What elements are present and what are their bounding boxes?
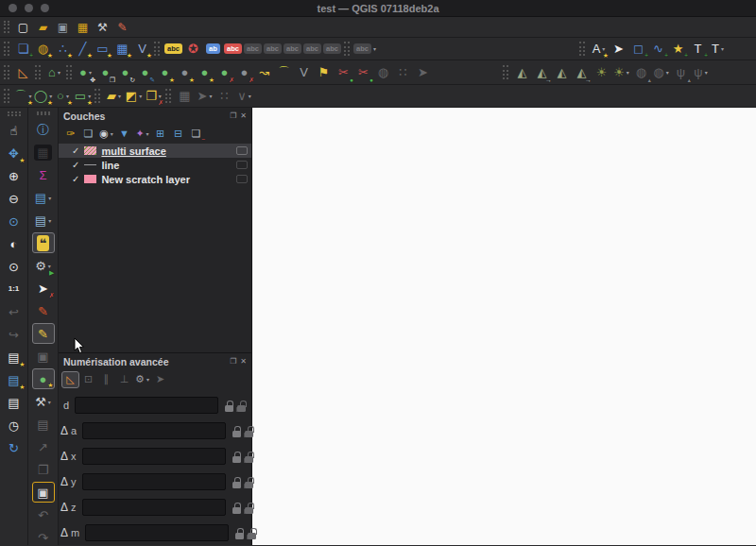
circular-string-button[interactable]: ⌒★▾: [13, 86, 33, 106]
toolbar-handle[interactable]: [66, 65, 72, 80]
toolbar-handle[interactable]: [35, 65, 41, 80]
repeating-lock-button-a[interactable]: [245, 423, 254, 438]
regular-polygon-button[interactable]: ▰▾: [104, 86, 124, 106]
processing-toolbox-dropdown[interactable]: ▾: [48, 263, 51, 269]
memory-layer-indicator-icon[interactable]: [236, 175, 248, 183]
cad-input-a[interactable]: [82, 422, 226, 439]
split-parts-button[interactable]: ✂●: [353, 61, 373, 83]
add-group-button[interactable]: ❏: [79, 126, 97, 143]
fill-triangle-button[interactable]: ◩▾: [124, 86, 144, 106]
toolbar-handle[interactable]: [37, 111, 50, 115]
style-manager-button[interactable]: ✎: [112, 18, 132, 36]
add-polygon-feature-button[interactable]: ●★: [32, 368, 55, 389]
digitize-with-shape-button[interactable]: ⌂▾: [44, 61, 64, 83]
mesh-reindex-options-button[interactable]: ☀▾: [611, 61, 631, 83]
mesh-force-2-dropdown[interactable]: ▾: [666, 69, 669, 76]
toolbar-handle[interactable]: [344, 42, 350, 55]
remove-layer-button[interactable]: ❏−: [187, 126, 205, 143]
new-polygon-layer-button[interactable]: ▭★: [93, 39, 112, 59]
repeating-lock-button-m[interactable]: [248, 525, 257, 540]
attribute-table-alt-dropdown[interactable]: ▾: [48, 217, 51, 224]
mesh-transform-move-button[interactable]: ◭→: [572, 61, 592, 83]
toolbar-handle[interactable]: [503, 65, 508, 80]
lock-button-m[interactable]: [235, 525, 245, 540]
layer-item[interactable]: ✓New scratch layer: [59, 172, 251, 186]
close-window-button[interactable]: [9, 4, 17, 12]
show-bookmarks-button[interactable]: ▤★: [3, 369, 26, 390]
labeling-rule-based-button[interactable]: abc: [223, 39, 243, 59]
map-tips-button[interactable]: ❝: [32, 232, 55, 253]
manage-map-themes-button[interactable]: ◉▾: [97, 126, 115, 143]
layout-manager-button[interactable]: ⚒: [93, 18, 112, 36]
toolbar-handle[interactable]: [4, 42, 9, 55]
collapse-all-button[interactable]: ⊟: [169, 126, 187, 143]
vertex-tool-button[interactable]: ⚒▾: [32, 391, 55, 412]
digitize-with-shape-dropdown[interactable]: ▾: [58, 69, 60, 76]
map-canvas[interactable]: [252, 108, 756, 545]
select-by-form-button[interactable]: ▦: [32, 142, 55, 162]
toolbar-handle[interactable]: [8, 111, 21, 116]
open-layer-styling-button[interactable]: ✑: [61, 126, 79, 143]
ellipse-button[interactable]: ○★▾: [53, 86, 73, 106]
split-features-button[interactable]: ✂●: [334, 61, 353, 83]
toolbar-handle[interactable]: [94, 89, 100, 102]
main-annotation-layer-button[interactable]: A★▾: [589, 39, 609, 59]
paste-features-button[interactable]: ▣: [32, 482, 55, 503]
data-source-manager-button[interactable]: ❏+: [13, 39, 33, 59]
mesh-transform-button[interactable]: ◭: [552, 61, 572, 83]
form-annotation-button[interactable]: T▾: [708, 39, 728, 59]
zoom-to-selection-button[interactable]: ⊙: [3, 211, 26, 231]
zoom-full-button[interactable]: ⊙: [3, 256, 26, 277]
rectangle-dropdown[interactable]: ▾: [88, 93, 91, 99]
toolbar-handle[interactable]: [579, 42, 585, 55]
trace-button[interactable]: ⚑: [314, 61, 334, 83]
fill-triangle-dropdown[interactable]: ▾: [139, 93, 142, 99]
repeating-lock-button-x[interactable]: [245, 449, 254, 464]
select-shape-tool-dropdown[interactable]: ▾: [209, 93, 212, 99]
lock-button-d[interactable]: [225, 398, 234, 413]
circular-string-dropdown[interactable]: ▾: [28, 93, 31, 99]
repeating-lock-button-d[interactable]: [237, 398, 247, 413]
move-feature-button[interactable]: ●✥▾: [76, 61, 95, 83]
attribute-table-button[interactable]: ▤▾: [32, 187, 55, 208]
copy-move-feature-button[interactable]: ●❐: [95, 61, 115, 83]
cad-settings-button[interactable]: ⚙▾: [133, 371, 151, 388]
cad-input-z[interactable]: [82, 499, 226, 516]
marker-annotation-button[interactable]: ★+: [668, 39, 688, 59]
deselect-features-button[interactable]: ➤✗: [32, 278, 55, 299]
lock-button-y[interactable]: [232, 474, 242, 489]
toolbar-handle[interactable]: [165, 89, 171, 102]
cad-settings-dropdown[interactable]: ▾: [146, 376, 149, 383]
labeling-single-button[interactable]: ab: [203, 39, 223, 59]
cad-input-x[interactable]: [82, 448, 226, 465]
cad-input-d[interactable]: [75, 397, 218, 414]
minimize-window-button[interactable]: [25, 4, 33, 12]
polygon-annotation-button[interactable]: ◻+: [628, 39, 648, 59]
processing-toolbox-button[interactable]: ⚙▶▾: [32, 255, 55, 276]
toolbar-handle[interactable]: [4, 89, 9, 102]
advanced-digitizing-float-icon[interactable]: ❐: [230, 357, 236, 366]
move-feature-dropdown[interactable]: ▾: [89, 69, 92, 76]
toolbar-handle[interactable]: [154, 42, 160, 55]
cad-input-m[interactable]: [85, 524, 229, 541]
reshape-features-button[interactable]: ↝: [254, 61, 274, 83]
zoom-to-layer-button[interactable]: ◐: [3, 233, 26, 254]
rectangle-button[interactable]: ▭★▾: [73, 86, 93, 106]
layer-visibility-checkbox[interactable]: ✓: [72, 146, 79, 156]
layers-panel-close-icon[interactable]: ✕: [240, 111, 247, 120]
mesh-reindex-options-dropdown[interactable]: ▾: [627, 69, 629, 76]
ellipse-dropdown[interactable]: ▾: [66, 93, 69, 99]
label-tool-6-dropdown[interactable]: ▾: [373, 45, 376, 52]
new-virtual-layer-button[interactable]: V★: [132, 39, 152, 59]
new-mesh-layer-button[interactable]: ▦★: [112, 39, 132, 59]
vertex-tool-dropdown[interactable]: ▾: [48, 399, 51, 405]
new-line-layer-button[interactable]: ╱★: [73, 39, 93, 59]
layer-diagram-options-button[interactable]: ✪: [183, 39, 203, 59]
filter-by-expression-dropdown[interactable]: ▾: [146, 130, 149, 137]
zoom-native-button[interactable]: 1:1: [3, 279, 26, 299]
copy-paste-features-button[interactable]: ❐✗▾: [144, 86, 163, 106]
new-point-layer-button[interactable]: ∴★: [53, 39, 73, 59]
enable-advanced-digitizing-button[interactable]: ◺: [61, 371, 79, 388]
lock-button-z[interactable]: [232, 500, 242, 515]
layer-item[interactable]: ✓line: [59, 158, 251, 172]
